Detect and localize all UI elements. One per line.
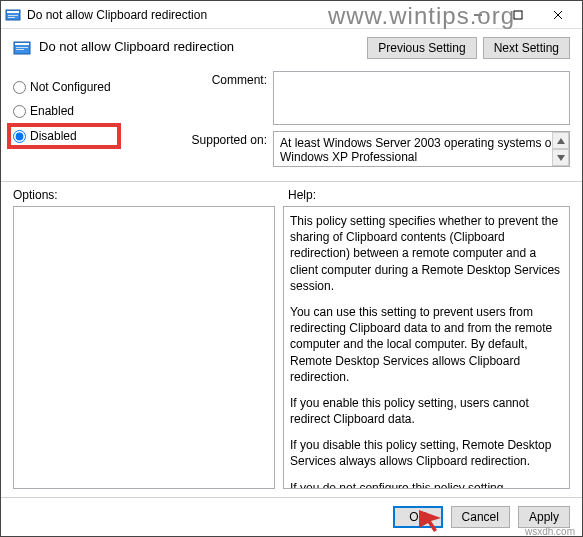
state-radios: Not Configured Enabled Disabled: [13, 71, 177, 173]
help-pane: This policy setting specifies whether to…: [283, 206, 570, 489]
supported-box: At least Windows Server 2003 operating s…: [273, 131, 570, 167]
comment-label: Comment:: [187, 71, 273, 87]
comment-input[interactable]: [273, 71, 570, 125]
options-pane: [13, 206, 275, 489]
svg-marker-14: [419, 510, 441, 532]
svg-rect-2: [8, 15, 18, 16]
window-title: Do not allow Clipboard redirection: [27, 8, 458, 22]
help-text: If you disable this policy setting, Remo…: [290, 437, 561, 469]
radio-enabled-label: Enabled: [30, 104, 74, 118]
help-text: If you enable this policy setting, users…: [290, 395, 561, 427]
nav-buttons: Previous Setting Next Setting: [367, 37, 570, 59]
help-label: Help:: [288, 188, 570, 202]
minimize-button[interactable]: [458, 1, 498, 29]
supported-label: Supported on:: [187, 131, 273, 147]
chevron-up-icon: [557, 138, 565, 144]
footer: OK Cancel Apply: [1, 497, 582, 536]
maximize-icon: [513, 10, 523, 20]
top-grid: Not Configured Enabled Disabled Comment:…: [1, 71, 582, 179]
radio-not-configured-input[interactable]: [13, 81, 26, 94]
policy-icon: [13, 39, 31, 57]
cancel-button[interactable]: Cancel: [451, 506, 510, 528]
svg-rect-10: [16, 47, 28, 48]
scroll-up-button[interactable]: [552, 132, 569, 149]
radio-enabled-input[interactable]: [13, 105, 26, 118]
radio-disabled[interactable]: Disabled: [7, 123, 121, 149]
previous-setting-button[interactable]: Previous Setting: [367, 37, 476, 59]
supported-row: Supported on: At least Windows Server 20…: [187, 131, 570, 167]
radio-not-configured[interactable]: Not Configured: [13, 75, 177, 99]
maximize-button[interactable]: [498, 1, 538, 29]
radio-disabled-input[interactable]: [13, 130, 26, 143]
close-button[interactable]: [538, 1, 578, 29]
svg-marker-12: [557, 138, 565, 144]
help-text: You can use this setting to prevent user…: [290, 304, 561, 385]
comment-row: Comment:: [187, 71, 570, 125]
apply-button[interactable]: Apply: [518, 506, 570, 528]
svg-rect-5: [514, 11, 522, 19]
svg-marker-13: [557, 155, 565, 161]
radio-not-configured-label: Not Configured: [30, 80, 111, 94]
settings-column: Comment: Supported on: At least Windows …: [187, 71, 570, 173]
help-text: If you do not configure this policy sett…: [290, 480, 561, 489]
content-panes: This policy setting specifies whether to…: [1, 202, 582, 497]
divider: [1, 181, 582, 182]
supported-text: At least Windows Server 2003 operating s…: [280, 136, 555, 164]
header: Do not allow Clipboard redirection Previ…: [1, 29, 582, 71]
chevron-down-icon: [557, 155, 565, 161]
help-text: This policy setting specifies whether to…: [290, 213, 561, 294]
options-label: Options:: [13, 188, 278, 202]
svg-rect-11: [16, 49, 24, 50]
radio-disabled-label: Disabled: [30, 129, 77, 143]
svg-rect-3: [8, 17, 15, 18]
arrow-cursor-icon: [419, 510, 441, 532]
svg-rect-9: [15, 43, 29, 45]
policy-icon: [5, 7, 21, 23]
policy-title: Do not allow Clipboard redirection: [39, 37, 359, 54]
titlebar: Do not allow Clipboard redirection: [1, 1, 582, 29]
scroll-down-button[interactable]: [552, 149, 569, 166]
svg-rect-1: [7, 11, 19, 13]
pane-labels: Options: Help:: [1, 188, 582, 202]
watermark-small: wsxdh.com: [525, 526, 575, 537]
minimize-icon: [473, 10, 483, 20]
radio-enabled[interactable]: Enabled: [13, 99, 177, 123]
close-icon: [553, 10, 563, 20]
policy-dialog: Do not allow Clipboard redirection Do no…: [0, 0, 583, 537]
next-setting-button[interactable]: Next Setting: [483, 37, 570, 59]
